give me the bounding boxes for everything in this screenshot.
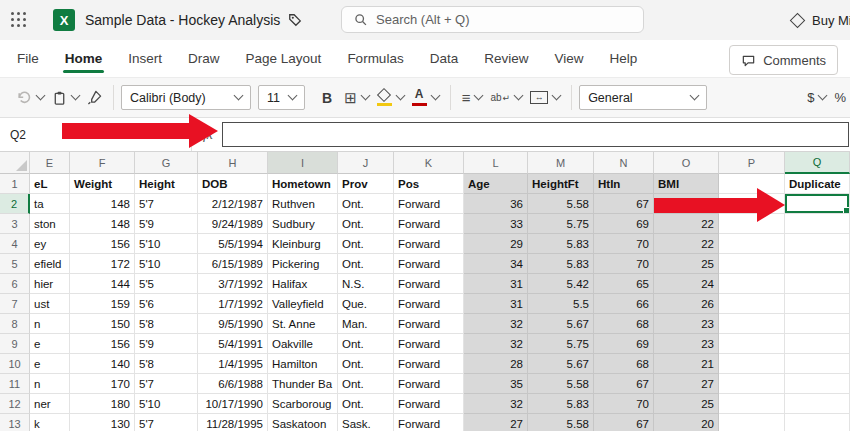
cell-I4[interactable]: Kleinburg [268,234,338,254]
cell-E4[interactable]: ey [30,234,70,254]
cell-N5[interactable]: 70 [594,254,654,274]
cell-P8[interactable] [719,314,785,334]
row-header-10[interactable]: 10 [0,354,30,374]
column-header-F[interactable]: F [70,152,135,174]
column-header-N[interactable]: N [594,152,654,174]
cell-E12[interactable]: ner [30,394,70,414]
cell-K8[interactable]: Forward [394,314,464,334]
wrap-text-button[interactable]: ab↵ [486,89,526,106]
row-header-9[interactable]: 9 [0,334,30,354]
cell-P4[interactable] [719,234,785,254]
cell-H9[interactable]: 5/4/1991 [198,334,268,354]
column-header-I[interactable]: I [268,152,338,174]
menu-insert[interactable]: Insert [115,40,175,77]
undo-button[interactable] [12,87,48,109]
menu-view[interactable]: View [541,40,596,77]
row-header-5[interactable]: 5 [0,254,30,274]
cell-J3[interactable]: Ont. [338,214,394,234]
cell-M2[interactable]: 5.58 [528,194,594,214]
font-size-select[interactable]: 11 [258,85,305,110]
cell-I2[interactable]: Ruthven [268,194,338,214]
cell-N11[interactable]: 67 [594,374,654,394]
cell-J4[interactable]: Ont. [338,234,394,254]
cell-I3[interactable]: Sudbury [268,214,338,234]
cell-L11[interactable]: 35 [464,374,528,394]
cell-I6[interactable]: Halifax [268,274,338,294]
cell-Q1[interactable]: Duplicate [785,174,850,194]
cell-E8[interactable]: n [30,314,70,334]
cell-K7[interactable]: Forward [394,294,464,314]
cell-K6[interactable]: Forward [394,274,464,294]
cell-I5[interactable]: Pickering [268,254,338,274]
cell-L13[interactable]: 27 [464,414,528,431]
cell-M10[interactable]: 5.67 [528,354,594,374]
cell-M5[interactable]: 5.83 [528,254,594,274]
cell-P10[interactable] [719,354,785,374]
cell-H11[interactable]: 6/6/1988 [198,374,268,394]
cell-N12[interactable]: 70 [594,394,654,414]
search-box[interactable]: Search (Alt + Q) [341,6,644,33]
cell-K13[interactable]: Forward [394,414,464,431]
currency-format-button[interactable]: $ [803,87,830,108]
cell-H10[interactable]: 1/4/1995 [198,354,268,374]
column-header-O[interactable]: O [654,152,719,174]
row-header-2[interactable]: 2 [0,194,30,214]
cell-N4[interactable]: 70 [594,234,654,254]
menu-help[interactable]: Help [596,40,650,77]
cell-G10[interactable]: 5'8 [135,354,198,374]
cell-M6[interactable]: 5.42 [528,274,594,294]
cell-F4[interactable]: 156 [70,234,135,254]
cell-E2[interactable]: ta [30,194,70,214]
cell-L2[interactable]: 36 [464,194,528,214]
cell-F7[interactable]: 159 [70,294,135,314]
row-header-6[interactable]: 6 [0,274,30,294]
cell-P7[interactable] [719,294,785,314]
font-color-button[interactable]: A [408,86,443,109]
cell-N3[interactable]: 69 [594,214,654,234]
cell-G2[interactable]: 5'7 [135,194,198,214]
cell-Q7[interactable] [785,294,850,314]
cell-Q6[interactable] [785,274,850,294]
row-header-4[interactable]: 4 [0,234,30,254]
cell-I10[interactable]: Hamilton [268,354,338,374]
cell-Q13[interactable] [785,414,850,431]
cell-K9[interactable]: Forward [394,334,464,354]
cell-Q3[interactable] [785,214,850,234]
cell-F3[interactable]: 148 [70,214,135,234]
cell-L9[interactable]: 32 [464,334,528,354]
cell-K10[interactable]: Forward [394,354,464,374]
cell-K12[interactable]: Forward [394,394,464,414]
cell-O13[interactable]: 20 [654,414,719,431]
column-header-L[interactable]: L [464,152,528,174]
cell-E5[interactable]: efield [30,254,70,274]
cell-P5[interactable] [719,254,785,274]
cell-G1[interactable]: Height [135,174,198,194]
cell-J12[interactable]: Ont. [338,394,394,414]
cell-P1[interactable] [719,174,785,194]
cell-O8[interactable]: 23 [654,314,719,334]
cell-Q8[interactable] [785,314,850,334]
cell-G12[interactable]: 5'10 [135,394,198,414]
cell-P3[interactable] [719,214,785,234]
cell-E3[interactable]: ston [30,214,70,234]
merge-cells-button[interactable]: ↔ [526,88,564,107]
cell-O4[interactable]: 22 [654,234,719,254]
cell-P13[interactable] [719,414,785,431]
cell-J6[interactable]: N.S. [338,274,394,294]
cell-M9[interactable]: 5.75 [528,334,594,354]
row-header-11[interactable]: 11 [0,374,30,394]
cell-O11[interactable]: 27 [654,374,719,394]
cell-J2[interactable]: Ont. [338,194,394,214]
cell-O3[interactable]: 22 [654,214,719,234]
cell-I9[interactable]: Oakville [268,334,338,354]
cell-K5[interactable]: Forward [394,254,464,274]
cell-J5[interactable]: Ont. [338,254,394,274]
cell-E9[interactable]: e [30,334,70,354]
buy-microsoft-365-button[interactable]: Buy Mi [792,0,850,40]
cell-F11[interactable]: 170 [70,374,135,394]
cell-P11[interactable] [719,374,785,394]
cell-J1[interactable]: Prov [338,174,394,194]
cell-E11[interactable]: n [30,374,70,394]
cell-F2[interactable]: 148 [70,194,135,214]
cell-E1[interactable]: eL [30,174,70,194]
